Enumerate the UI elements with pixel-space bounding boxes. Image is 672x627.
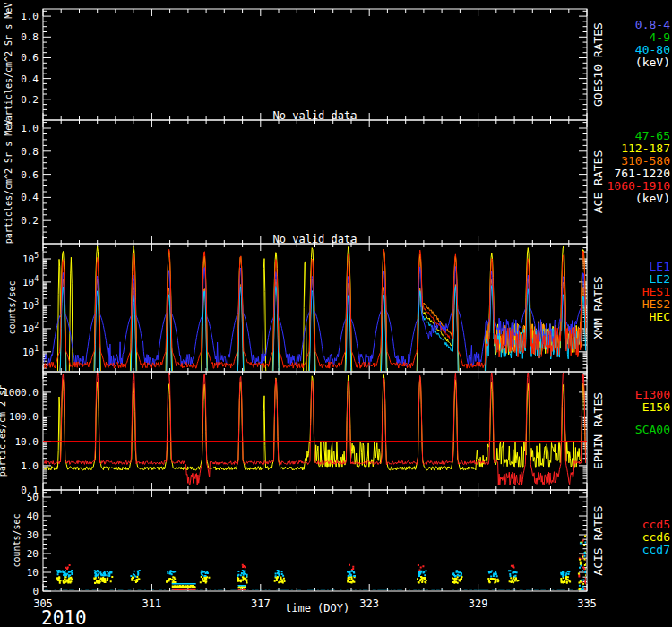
x-tick-label: 311: [142, 597, 162, 610]
xmm-legend-LE1: LE1: [650, 260, 670, 273]
ephin-legend-SCA00: SCA00: [635, 423, 670, 436]
ephin-legend-E1300: E1300: [635, 388, 670, 401]
acis-ytick-label: 10: [27, 567, 39, 579]
acis-ytick-label: 0: [32, 586, 39, 597]
goes10-ytick-label: 0.2: [21, 94, 39, 106]
goes10-legend-4080: 40-80: [635, 43, 670, 56]
ephin-ytick-label: 1.0: [21, 460, 39, 472]
acis-ytick-label: 30: [27, 529, 39, 541]
acis-legend-ccd5: ccd5: [642, 518, 670, 531]
xmm-y-axis-label: counts/sec: [7, 280, 17, 334]
radiation-environment-plot: 0.20.40.60.81.0particles/cm^2 Sr s MeVGO…: [0, 0, 672, 627]
x-tick-label: 329: [469, 597, 488, 610]
acis-panel-title: ACIS RATES: [591, 505, 605, 575]
acis-legend-ccd7: ccd7: [642, 543, 670, 556]
acis-ytick-label: 20: [27, 548, 39, 560]
ephin-legend-E150: E150: [642, 400, 670, 414]
ephin-ytick-label: 1000.0: [3, 387, 39, 399]
xmm-legend-HES2: HES2: [642, 297, 670, 311]
ace-legend-7611220: 761-1220: [614, 167, 670, 180]
ace-ytick-label: 0.4: [21, 192, 39, 203]
x-tick-label: 323: [359, 597, 379, 610]
ace-legend-310580: 310-580: [621, 154, 670, 167]
ace-ytick-label: 0.8: [21, 146, 39, 158]
acis-legend-ccd6: ccd6: [642, 530, 670, 544]
ephin-ytick-label: 10.0: [15, 436, 39, 448]
goes10-legend-49: 4-9: [650, 30, 670, 44]
goes10-ytick-label: 0.6: [21, 52, 39, 64]
acis-ytick-label: 40: [27, 511, 39, 522]
goes10-legend-keV: (keV): [635, 56, 670, 69]
ace-y-axis-label: particles/cm^2 Sr s MeV: [4, 120, 13, 244]
ace-panel-title: ACE RATES: [591, 150, 605, 213]
ace-legend-112187: 112-187: [621, 142, 670, 155]
ephin-ytick-label: 100.0: [9, 411, 39, 423]
x-tick-label: 317: [251, 597, 271, 610]
acis-y-axis-label: counts/sec: [12, 513, 22, 567]
ephin-y-axis-label: particles/cm 2 sr: [0, 385, 7, 477]
x-axis-year: 2010: [41, 607, 87, 627]
goes10-panel-title: GOES10 RATES: [591, 22, 605, 107]
ace-legend-10601910: 1060-1910: [607, 179, 670, 193]
goes10-y-axis-label: particles/cm^2 Sr s MeV: [4, 3, 13, 126]
acis-ytick-label: 50: [27, 492, 39, 503]
xmm-legend-HES1: HES1: [642, 285, 670, 298]
xmm-panel-title: XMM RATES: [591, 276, 605, 339]
x-tick-label: 335: [577, 597, 597, 610]
goes10-ytick-label: 0.8: [21, 31, 39, 43]
ace-legend-keV: (keV): [635, 192, 670, 205]
goes10-ytick-label: 0.4: [21, 73, 39, 85]
xmm-legend-HEC: HEC: [650, 310, 670, 323]
goes10-ytick-label: 1.0: [21, 11, 39, 22]
ace-ytick-label: 0.6: [21, 169, 39, 181]
plot-canvas: 0.20.40.60.81.0particles/cm^2 Sr s MeVGO…: [0, 0, 672, 627]
ace-ytick-label: 1.0: [21, 123, 39, 134]
ace-ytick-label: 0.2: [21, 215, 39, 227]
xmm-legend-LE2: LE2: [650, 272, 670, 286]
ephin-panel-title: EPHIN RATES: [591, 392, 605, 469]
plot-background: [0, 0, 672, 627]
goes10-legend-084: 0.8-4: [635, 18, 670, 31]
x-axis-title: time (DOY): [285, 602, 349, 614]
ace-legend-4765: 47-65: [635, 129, 670, 142]
